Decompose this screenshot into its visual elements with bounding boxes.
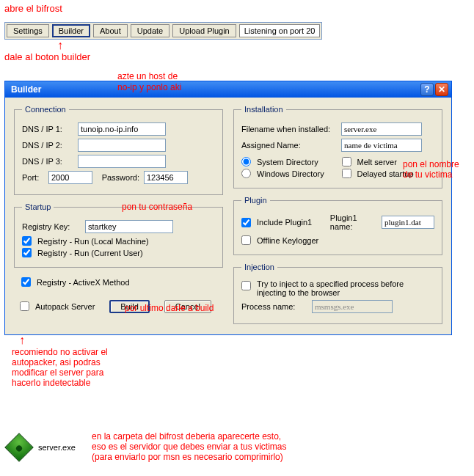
annotation-autopack-l3: modificar el server para: [12, 367, 103, 378]
startup-legend: Startup: [22, 202, 54, 211]
dns2-label: DNS / IP 2:: [22, 141, 73, 150]
regkey-label: Registry Key:: [22, 222, 81, 231]
right-column: Installation Filename when installed: As…: [233, 105, 442, 324]
autopack-checkbox[interactable]: [20, 301, 29, 311]
window-title: Builder: [8, 84, 419, 95]
assigned-input[interactable]: [341, 139, 422, 152]
plugin-name-label: Plugin1 name:: [330, 213, 376, 231]
run-cu-checkbox[interactable]: [22, 248, 32, 257]
filename-label: Filename when installed:: [241, 125, 337, 133]
settings-button[interactable]: Settings: [7, 24, 49, 37]
server-exe-icon[interactable]: [4, 433, 34, 462]
annotation-autopack-l1: recomiendo no activar el: [12, 347, 108, 357]
inject-label: Try to inject to a specified process bef…: [257, 279, 434, 297]
about-button[interactable]: About: [93, 24, 128, 37]
installation-legend: Installation: [241, 105, 286, 114]
assigned-label: Assigned Name:: [241, 141, 337, 150]
dns3-label: DNS / IP 3:: [22, 157, 73, 166]
plugin-legend: Plugin: [241, 196, 270, 205]
left-column: Connection DNS / IP 1: DNS / IP 2: DNS /…: [14, 105, 223, 324]
main-toolbar: Settings Builder About Update Upload Plu…: [4, 22, 322, 40]
annotation-password: pon tu contraseña: [122, 202, 192, 212]
melt-label: Melt server: [357, 158, 397, 166]
server-file-icon-row: server.exe: [9, 437, 76, 458]
injection-legend: Injection: [241, 263, 277, 271]
process-label: Process name:: [241, 302, 307, 311]
windir-label: Windows Directory: [257, 169, 324, 178]
sysdir-radio[interactable]: [241, 157, 251, 166]
annotation-autopack-l4: hacerlo indetectable: [12, 378, 90, 388]
inject-checkbox[interactable]: [241, 281, 251, 290]
arrow-up-autopack-icon: ↑: [19, 334, 25, 347]
activex-label: Registry - ActiveX Method: [37, 278, 130, 287]
offline-keylogger-checkbox[interactable]: [241, 235, 251, 245]
dns1-input[interactable]: [78, 122, 166, 136]
melt-checkbox[interactable]: [342, 157, 351, 166]
startup-group: Startup Registry Key: Registry - Run (Lo…: [14, 202, 223, 268]
dns1-label: DNS / IP 1:: [22, 125, 73, 133]
run-cu-label: Registry - Run (Current User): [37, 249, 143, 257]
arrow-up-icon: ↑: [57, 39, 63, 52]
annotation-server-l3: (para enviarlo por msn es necesario comp…: [92, 452, 283, 462]
autopack-label: Autopack Server: [35, 302, 95, 311]
help-button[interactable]: ?: [420, 83, 434, 96]
annotation-build: por ultimo darle a build: [125, 303, 214, 313]
password-input[interactable]: [144, 171, 188, 184]
titlebar: Builder ? ✕: [5, 81, 451, 98]
builder-window: Builder ? ✕ Connection DNS / IP 1: DNS /…: [4, 81, 452, 335]
dns3-input[interactable]: [78, 155, 166, 168]
annotation-builder: dale al boton builder: [4, 51, 90, 62]
listening-status: Listening on port 20: [239, 24, 320, 37]
include-plugin-checkbox[interactable]: [241, 218, 251, 227]
annotation-server-l1: en la carpeta del bifrost deberia aparec…: [92, 431, 281, 442]
server-exe-filename: server.exe: [38, 443, 76, 452]
dns2-input[interactable]: [78, 139, 166, 152]
injection-group: Injection Try to inject to a specified p…: [233, 263, 442, 324]
port-input[interactable]: [48, 171, 92, 184]
upload-plugin-button[interactable]: Upload Plugin: [172, 24, 236, 37]
builder-button[interactable]: Builder: [52, 24, 90, 37]
include-plugin-label: Include Plugin1: [257, 218, 312, 227]
sysdir-label: System Directory: [257, 158, 318, 166]
offline-keylogger-label: Offline Keylogger: [257, 236, 318, 245]
annotation-open: abre el bifrost: [4, 3, 62, 14]
run-lm-label: Registry - Run (Local Machine): [37, 237, 149, 246]
process-input: [312, 300, 393, 313]
client-area: Connection DNS / IP 1: DNS / IP 2: DNS /…: [5, 98, 451, 334]
delayed-checkbox[interactable]: [342, 169, 351, 178]
connection-legend: Connection: [22, 105, 69, 114]
annotation-name-l2: de tu victima: [403, 169, 452, 180]
connection-group: Connection DNS / IP 1: DNS / IP 2: DNS /…: [14, 105, 223, 195]
windir-radio[interactable]: [241, 169, 251, 178]
port-label: Port:: [22, 173, 44, 182]
annotation-autopack-l2: autopacker, asi podras: [12, 357, 101, 367]
annotation-server-l2: eso es el servidor que debes enviar a tu…: [92, 442, 286, 452]
plugin-group: Plugin Include Plugin1 Plugin1 name: Off…: [233, 196, 442, 255]
plugin-name-input[interactable]: [382, 216, 434, 229]
annotation-host-l2: no-ip y ponlo aki: [117, 82, 181, 92]
run-lm-checkbox[interactable]: [22, 236, 32, 246]
filename-input[interactable]: [341, 122, 422, 136]
close-button[interactable]: ✕: [435, 83, 448, 96]
update-button[interactable]: Update: [131, 24, 169, 37]
password-label: Password:: [97, 173, 139, 182]
regkey-input[interactable]: [85, 220, 173, 233]
annotation-host-l1: azte un host de: [117, 71, 178, 81]
activex-checkbox[interactable]: [21, 277, 31, 287]
annotation-name-l1: pon el nombre: [403, 159, 459, 169]
